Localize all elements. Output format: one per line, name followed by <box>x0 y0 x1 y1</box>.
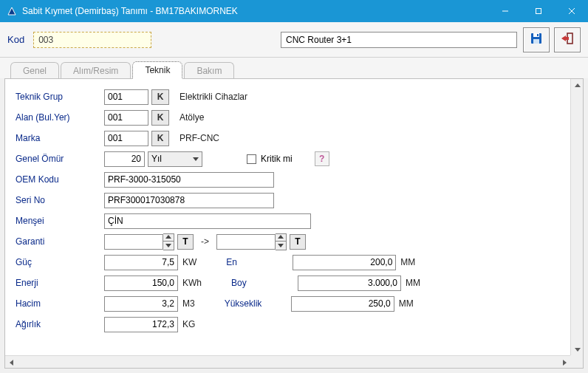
garanti-from-date-button[interactable]: T <box>177 234 194 250</box>
hacim-unit: M3 <box>182 298 195 309</box>
svg-rect-8 <box>537 34 539 36</box>
spin-down-icon[interactable] <box>163 242 174 250</box>
svg-marker-12 <box>165 235 171 239</box>
yukseklik-input[interactable] <box>291 296 394 312</box>
maximize-button[interactable] <box>522 0 555 22</box>
seri-input[interactable] <box>104 193 274 208</box>
agirlik-label: Ağırlık <box>16 319 104 329</box>
genel-omur-label: Genel Ömür <box>16 154 104 164</box>
title-bar: Sabit Kıymet (Demirbaş) Tanımı - BM17BAK… <box>0 0 588 22</box>
horizontal-scrollbar[interactable] <box>5 355 570 368</box>
window-title: Sabit Kıymet (Demirbaş) Tanımı - BM17BAK… <box>22 6 488 16</box>
svg-marker-18 <box>10 360 13 366</box>
guc-input[interactable] <box>104 255 178 270</box>
exit-button[interactable] <box>554 27 581 52</box>
mensei-label: Menşei <box>16 216 104 226</box>
en-unit: MM <box>400 257 415 267</box>
teknik-grup-label: Teknik Grup <box>16 92 104 102</box>
svg-marker-19 <box>563 360 567 366</box>
svg-marker-11 <box>193 157 199 161</box>
alan-desc: Atölye <box>180 112 204 123</box>
save-icon <box>529 31 544 48</box>
tab-genel[interactable]: Genel <box>10 62 59 79</box>
tab-strip: Genel Alım/Resim Teknik Bakım <box>0 58 588 78</box>
name-input[interactable] <box>281 32 517 48</box>
teknik-grup-input[interactable] <box>104 89 148 105</box>
chevron-down-icon <box>193 154 199 164</box>
scroll-left-icon[interactable] <box>5 356 18 369</box>
enerji-unit: KWh <box>182 278 202 288</box>
kod-input[interactable] <box>33 32 151 48</box>
genel-omur-unit-value: Yıl <box>151 154 162 164</box>
tab-alim-resim[interactable]: Alım/Resim <box>61 62 131 79</box>
teknik-grup-lookup-button[interactable]: K <box>151 89 169 105</box>
en-label: En <box>226 257 293 267</box>
minimize-button[interactable] <box>488 0 522 22</box>
garanti-arrow-label: -> <box>201 236 209 247</box>
scroll-corner <box>570 355 583 368</box>
hacim-label: Hacim <box>16 298 104 309</box>
yukseklik-unit: MM <box>399 298 414 309</box>
close-button[interactable] <box>555 0 588 22</box>
tab-bakim[interactable]: Bakım <box>184 62 234 79</box>
en-input[interactable] <box>293 255 396 270</box>
svg-marker-14 <box>278 235 284 239</box>
marka-input[interactable] <box>104 131 148 146</box>
marka-label: Marka <box>16 133 104 143</box>
oem-input[interactable] <box>104 172 274 188</box>
alan-input[interactable] <box>104 110 148 126</box>
content-panel: Teknik Grup K Elektrikli Cihazlar Alan (… <box>4 78 584 369</box>
header-bar: Kod <box>0 22 588 58</box>
spin-up-icon[interactable] <box>163 234 174 242</box>
hacim-input[interactable] <box>104 296 178 312</box>
exit-icon <box>560 31 575 48</box>
spin-down-icon[interactable] <box>276 242 286 250</box>
scroll-right-icon[interactable] <box>558 356 570 369</box>
enerji-label: Enerji <box>16 278 104 288</box>
garanti-from-spin[interactable] <box>104 233 174 250</box>
alan-lookup-button[interactable]: K <box>151 110 169 126</box>
svg-marker-16 <box>575 83 581 87</box>
genel-omur-input[interactable] <box>104 151 145 167</box>
scroll-up-icon[interactable] <box>571 79 584 92</box>
mensei-input[interactable] <box>104 213 311 229</box>
alan-label: Alan (Bul.Yer) <box>16 112 104 123</box>
kritik-checkbox[interactable]: Kritik mi <box>247 154 293 164</box>
svg-marker-15 <box>278 244 284 247</box>
boy-unit: MM <box>406 278 420 288</box>
boy-input[interactable] <box>298 276 401 291</box>
seri-label: Seri No <box>16 195 104 205</box>
marka-lookup-button[interactable]: K <box>151 131 169 146</box>
genel-omur-unit-select[interactable]: Yıl <box>148 151 202 167</box>
guc-label: Güç <box>16 257 104 267</box>
yukseklik-label: Yükseklik <box>225 298 291 309</box>
teknik-grup-desc: Elektrikli Cihazlar <box>180 92 247 102</box>
oem-label: OEM Kodu <box>16 174 104 185</box>
checkbox-icon <box>247 154 256 164</box>
boy-label: Boy <box>231 278 298 288</box>
garanti-to-spin[interactable] <box>216 233 287 250</box>
app-icon <box>6 5 18 17</box>
svg-marker-13 <box>165 244 171 247</box>
svg-marker-0 <box>8 7 16 15</box>
kritik-label: Kritik mi <box>261 154 293 164</box>
agirlik-unit: KG <box>182 319 195 329</box>
marka-desc: PRF-CNC <box>180 133 219 143</box>
save-button[interactable] <box>523 27 550 52</box>
svg-rect-2 <box>536 9 541 14</box>
vertical-scrollbar[interactable] <box>570 79 583 355</box>
scroll-down-icon[interactable] <box>571 343 584 355</box>
agirlik-input[interactable] <box>104 317 178 332</box>
garanti-to-input[interactable] <box>216 234 276 250</box>
garanti-from-input[interactable] <box>104 234 163 250</box>
help-button[interactable]: ? <box>315 151 329 166</box>
svg-marker-17 <box>575 348 581 352</box>
garanti-to-date-button[interactable]: T <box>290 234 306 250</box>
kod-label: Kod <box>7 34 24 45</box>
garanti-label: Garanti <box>16 236 104 247</box>
svg-rect-7 <box>533 39 539 44</box>
guc-unit: KW <box>182 257 196 267</box>
tab-teknik[interactable]: Teknik <box>132 61 182 79</box>
enerji-input[interactable] <box>104 276 178 291</box>
spin-up-icon[interactable] <box>276 234 286 242</box>
